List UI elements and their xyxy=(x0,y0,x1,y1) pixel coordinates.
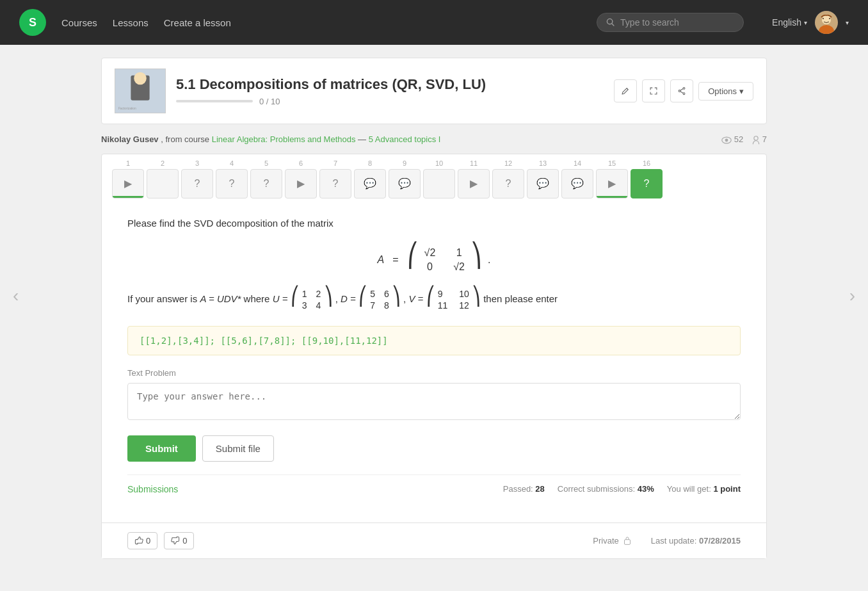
step-num-15: 15 xyxy=(608,159,616,167)
author-text: Nikolay Gusev , from course Linear Algeb… xyxy=(101,134,440,144)
lock-icon xyxy=(623,536,632,545)
nav-create-lesson[interactable]: Create a lesson xyxy=(164,17,231,28)
last-update: Last update: 07/28/2015 xyxy=(651,536,741,546)
progress-bar-container xyxy=(176,100,253,102)
step-button-10[interactable] xyxy=(423,169,455,198)
submit-file-button[interactable]: Submit file xyxy=(202,435,274,462)
author-line: Nikolay Gusev , from course Linear Algeb… xyxy=(101,134,767,145)
submissions-link[interactable]: Submissions xyxy=(127,484,178,494)
thumbs-down-icon xyxy=(171,536,180,545)
last-update-label: Last update: xyxy=(651,536,697,546)
answer-format-text: [[1,2],[3,4]]; [[5,6],[7,8]]; [[9,10],[1… xyxy=(140,336,388,346)
lesson-header: Factorization 5.1 Decompositions of matr… xyxy=(101,58,767,124)
share-button[interactable] xyxy=(670,79,693,102)
user-chevron-icon[interactable]: ▾ xyxy=(846,19,849,26)
step-num-6: 6 xyxy=(299,159,303,167)
passed-stat: Passed: 28 xyxy=(503,484,545,494)
bottom-bar: 0 0 Private Last up xyxy=(102,522,766,558)
series-link[interactable]: 5 Advanced topics I xyxy=(369,134,441,144)
private-badge: Private xyxy=(593,536,631,546)
search-input[interactable] xyxy=(620,17,734,28)
fullscreen-button[interactable] xyxy=(642,79,665,102)
last-update-value: 07/28/2015 xyxy=(699,536,741,546)
step-col-14: 14 💬 xyxy=(561,159,593,198)
main-content: Factorization 5.1 Decompositions of matr… xyxy=(82,45,786,572)
step-button-5[interactable]: ? xyxy=(250,169,282,198)
step-button-14[interactable]: 💬 xyxy=(561,169,593,198)
svg-line-1 xyxy=(612,24,614,26)
language-selector[interactable]: English ▾ xyxy=(772,17,807,28)
lesson-progress: 0 / 10 xyxy=(176,97,614,106)
like-count: 0 xyxy=(146,536,150,546)
vote-row: 0 0 xyxy=(127,532,194,549)
step-col-9: 9 💬 xyxy=(389,159,421,198)
logo-text: S xyxy=(29,16,36,29)
svg-point-6 xyxy=(829,18,830,19)
svg-point-5 xyxy=(823,18,824,19)
step-button-1[interactable]: ▶ xyxy=(112,169,144,198)
step-button-3[interactable]: ? xyxy=(181,169,213,198)
private-label: Private xyxy=(593,536,618,546)
lesson-thumbnail: Factorization xyxy=(115,69,166,113)
step-num-9: 9 xyxy=(403,159,406,167)
nav-lessons[interactable]: Lessons xyxy=(113,17,149,28)
nav-courses[interactable]: Courses xyxy=(61,17,97,28)
step-col-13: 13 💬 xyxy=(527,159,559,198)
edit-button[interactable] xyxy=(614,79,637,102)
like-button[interactable]: 0 xyxy=(127,532,157,549)
step-button-11[interactable]: ▶ xyxy=(458,169,490,198)
navbar: S Courses Lessons Create a lesson Englis… xyxy=(0,0,868,45)
step-button-8[interactable]: 💬 xyxy=(354,169,386,198)
nav-arrow-left[interactable]: ‹ xyxy=(13,286,19,306)
course-link[interactable]: Linear Algebra: Problems and Methods xyxy=(212,134,356,144)
logo[interactable]: S xyxy=(19,9,46,36)
step-col-5: 5 ? xyxy=(250,159,282,198)
step-num-5: 5 xyxy=(264,159,268,167)
step-num-3: 3 xyxy=(195,159,199,167)
svg-point-11 xyxy=(683,87,685,89)
options-button[interactable]: Options ▾ xyxy=(698,82,753,101)
step-col-1: 1 ▶ xyxy=(112,159,144,198)
step-num-12: 12 xyxy=(504,159,512,167)
user-avatar[interactable] xyxy=(815,11,838,34)
author-stats: 52 7 xyxy=(721,134,767,145)
step-col-15: 15 ▶ xyxy=(596,159,628,198)
step-num-2: 2 xyxy=(161,159,165,167)
dislike-button[interactable]: 0 xyxy=(164,532,194,549)
fullscreen-icon xyxy=(649,86,658,95)
step-button-12[interactable]: ? xyxy=(492,169,524,198)
step-button-2[interactable] xyxy=(147,169,179,198)
step-button-7[interactable]: ? xyxy=(319,169,351,198)
options-label: Options xyxy=(708,86,737,96)
step-col-4: 4 ? xyxy=(216,159,248,198)
submit-button[interactable]: Submit xyxy=(127,435,196,462)
correct-value: 43% xyxy=(638,484,654,494)
thumbs-up-icon xyxy=(134,536,143,545)
views-count: 52 xyxy=(734,134,743,144)
language-label: English xyxy=(772,17,801,28)
step-col-11: 11 ▶ xyxy=(458,159,490,198)
svg-point-16 xyxy=(754,136,758,140)
students-stat: 7 xyxy=(752,134,767,145)
math-display-matrix: A = ⎛ √2 1 0 √2 ⎞ . xyxy=(127,244,741,273)
answer-input[interactable] xyxy=(127,383,741,420)
step-button-9[interactable]: 💬 xyxy=(389,169,421,198)
submissions-row: Submissions Passed: 28 Correct submissio… xyxy=(127,474,741,503)
options-chevron-icon: ▾ xyxy=(739,86,744,96)
nav-arrow-right[interactable]: › xyxy=(849,286,855,306)
step-button-15[interactable]: ▶ xyxy=(596,169,628,198)
lesson-actions: Options ▾ xyxy=(614,79,753,102)
separator: — xyxy=(358,134,369,144)
passed-label: Passed: xyxy=(503,484,533,494)
steps-wrapper: 1 ▶ 2 3 ? 4 ? xyxy=(102,154,766,198)
search-box xyxy=(597,13,744,32)
problem-content: Please find the SVD decomposition of the… xyxy=(102,198,766,522)
step-num-7: 7 xyxy=(334,159,337,167)
text-problem-label: Text Problem xyxy=(127,368,741,378)
step-col-12: 12 ? xyxy=(492,159,524,198)
step-button-6[interactable]: ▶ xyxy=(285,169,317,198)
step-button-16[interactable]: ? xyxy=(631,169,663,198)
share-icon xyxy=(677,86,686,95)
step-button-13[interactable]: 💬 xyxy=(527,169,559,198)
step-button-4[interactable]: ? xyxy=(216,169,248,198)
